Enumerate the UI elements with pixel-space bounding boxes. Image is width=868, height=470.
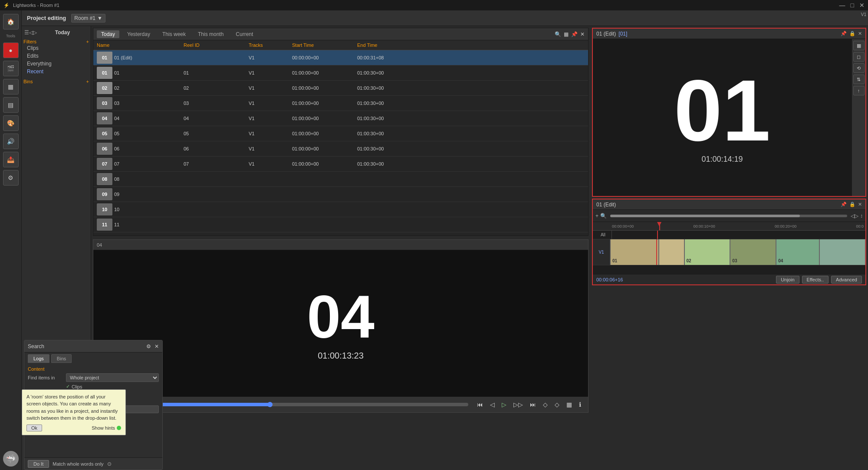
tab-this-week[interactable]: This week <box>158 30 190 38</box>
search-tab-bins[interactable]: Bins <box>51 354 72 363</box>
cell-reel: 04 <box>180 114 245 122</box>
minimize-button[interactable]: — <box>839 2 845 9</box>
table-row[interactable]: 06 06 06 V1 01:00:00+00 01:00:30+00 <box>93 141 588 157</box>
skip-start-icon[interactable]: ⏮ <box>475 400 485 409</box>
settings-tool-button[interactable]: ⚙ <box>3 170 19 186</box>
title-bar: ⚡ Lightworks - Room #1 — □ ✕ <box>0 0 868 10</box>
table-row[interactable]: 08 08 <box>93 172 588 187</box>
effects-button[interactable]: Effects.. <box>802 276 829 284</box>
table-row[interactable]: 05 05 05 V1 01:00:00+00 01:00:30+00 <box>93 126 588 141</box>
prev-frame-icon[interactable]: ◁ <box>488 400 496 409</box>
window-close-icon[interactable]: ✕ <box>580 31 585 37</box>
zoom-slider[interactable] <box>610 215 847 217</box>
mark-in-icon[interactable]: ◇ <box>541 400 549 409</box>
filter-clips[interactable]: Clips <box>23 44 89 52</box>
table-row[interactable]: 02 02 02 V1 01:00:00+00 01:00:30+00 <box>93 81 588 96</box>
timeline-clip[interactable]: 01 <box>610 239 659 265</box>
room-selector[interactable]: Room #1 ▼ <box>71 14 105 23</box>
unjoin-button[interactable]: Unjoin <box>776 276 799 284</box>
pin-icon[interactable]: 📌 <box>571 31 578 37</box>
search-tab-logs[interactable]: Logs <box>28 354 49 363</box>
record-button[interactable]: ● <box>3 42 19 58</box>
tab-current[interactable]: Current <box>231 30 257 38</box>
timeline-close-icon[interactable]: ✕ <box>858 202 862 207</box>
viewer-sidebar-icon-2[interactable]: ◻ <box>853 52 865 62</box>
table-row[interactable]: 10 10 <box>93 202 588 217</box>
v1-playhead <box>656 239 657 265</box>
home-tool-button[interactable]: 🏠 <box>3 14 19 29</box>
bins-add-button[interactable]: + <box>86 79 89 84</box>
viewer-sidebar-icon-4[interactable]: ⇅ <box>853 75 865 84</box>
progress-bar[interactable] <box>138 403 468 406</box>
all-track-content <box>612 231 864 239</box>
tab-yesterday[interactable]: Yesterday <box>123 30 155 38</box>
table-row[interactable]: 01 01 (Edit) V1 00:00:00+00 00:00:31+08 <box>93 50 588 65</box>
mark-out-icon[interactable]: ◇ <box>553 400 561 409</box>
tab-this-month[interactable]: This month <box>194 30 228 38</box>
filter-everything[interactable]: Everything <box>23 60 89 68</box>
viewer-close-icon[interactable]: ✕ <box>858 31 862 36</box>
project-title: Project editing <box>27 15 66 21</box>
cell-reel: 07 <box>180 160 245 168</box>
nav-back-icon[interactable]: ◁ <box>29 29 33 36</box>
timeline-add-icon[interactable]: + <box>595 213 598 219</box>
search-settings-icon[interactable]: ⚙ <box>146 343 151 349</box>
timeline-clip[interactable]: 03 <box>730 239 776 265</box>
info-icon[interactable]: ℹ <box>577 400 583 409</box>
timeline-clip[interactable] <box>819 239 865 265</box>
audio-tool-button[interactable]: 🔊 <box>3 134 19 149</box>
table-row[interactable]: 01 01 01 V1 01:00:00+00 01:00:30+00 <box>93 65 588 81</box>
skip-end-icon[interactable]: ⏭ <box>528 400 538 409</box>
mix-tool-button[interactable]: ▤ <box>3 97 19 113</box>
clip-view-icon[interactable]: ▦ <box>565 400 574 409</box>
search-icon[interactable]: 🔍 <box>555 31 561 37</box>
find-items-select[interactable]: Whole project <box>66 373 159 382</box>
maximize-button[interactable]: □ <box>851 2 854 9</box>
timeline-clip[interactable] <box>659 239 684 265</box>
filter-recent[interactable]: Recent <box>23 68 89 75</box>
title-bar-controls: — □ ✕ <box>839 2 865 9</box>
view-icon[interactable]: ▦ <box>564 31 569 37</box>
timeline-lock-icon[interactable]: 🔒 <box>849 202 855 207</box>
vfx-tool-button[interactable]: 🎨 <box>3 115 19 131</box>
viewer-sidebar-icon-1[interactable]: ▦ <box>853 41 865 50</box>
all-playhead <box>657 231 658 239</box>
table-row[interactable]: 07 07 07 V1 01:00:00+00 01:00:30+00 <box>93 157 588 172</box>
match-whole-toggle-icon[interactable]: ⊙ <box>107 461 112 467</box>
viewer-lock-icon[interactable]: 🔒 <box>849 31 855 36</box>
search-tabs: Logs Bins <box>28 354 159 363</box>
tooltip-ok-button[interactable]: Ok <box>26 424 42 431</box>
search-close-icon[interactable]: ✕ <box>155 343 159 349</box>
filter-edits[interactable]: Edits <box>23 52 89 60</box>
tab-today[interactable]: Today <box>97 30 119 38</box>
export-tool-button[interactable]: 📤 <box>3 152 19 167</box>
viewer-sidebar-icon-3[interactable]: ⟲ <box>853 63 865 73</box>
timeline-expand-icon[interactable]: ↕ <box>860 213 863 219</box>
cell-tracks: V1 <box>245 69 289 77</box>
cell-start <box>289 223 354 226</box>
viewer-screen: 01 01:00:14:19 <box>593 39 852 196</box>
table-row[interactable]: 03 03 03 V1 01:00:00+00 01:00:30+00 <box>93 96 588 111</box>
close-button[interactable]: ✕ <box>859 2 865 9</box>
table-row[interactable]: 09 09 <box>93 187 588 202</box>
log-tool-button[interactable]: 🎬 <box>3 61 19 76</box>
table-row[interactable]: 04 04 04 V1 01:00:00+00 01:00:30+00 <box>93 111 588 126</box>
do-it-button[interactable]: Do It <box>28 460 49 468</box>
filters-add-button[interactable]: + <box>86 39 89 44</box>
timeline-pin-icon[interactable]: 📌 <box>841 202 847 207</box>
viewer-pin-icon[interactable]: 📌 <box>841 31 847 36</box>
viewer-sidebar-icon-5[interactable]: ↑ <box>853 86 865 95</box>
next-frame-icon[interactable]: ▷▷ <box>512 400 525 409</box>
timeline-clip[interactable]: 04 <box>776 239 819 265</box>
table-row[interactable]: 11 11 <box>93 217 588 232</box>
viewer-title: 01 (Edit) <box>596 31 616 37</box>
timeline-zoom-out-icon[interactable]: 🔍 <box>600 213 607 219</box>
edit-tool-button[interactable]: ▦ <box>3 79 19 95</box>
timeline-fit-icon[interactable]: ◁▷ <box>851 213 858 219</box>
logs-area: Today Yesterday This week This month Cur… <box>91 26 590 470</box>
timeline-clip[interactable]: 02 <box>684 239 730 265</box>
nav-forward-icon[interactable]: ▷ <box>33 29 37 36</box>
advanced-button[interactable]: Advanced <box>831 276 862 284</box>
play-icon[interactable]: ▷ <box>500 400 508 409</box>
cell-name: 08 08 <box>93 172 180 186</box>
